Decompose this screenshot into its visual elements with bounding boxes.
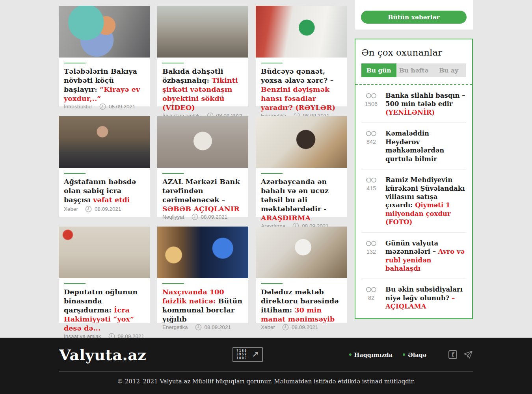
- arrow-up-right-icon: ↗: [252, 351, 259, 359]
- title-accent-bar: [261, 173, 283, 174]
- most-read-item[interactable]: 842 Kəmaləddin Heydərov məhkəmələrdən qu…: [361, 123, 466, 169]
- most-read-item[interactable]: 1506 Banka silahlı basqın – 500 min tələ…: [361, 85, 466, 123]
- most-read-item[interactable]: 82 Bu əkin subsidiyaları niyə ləğv olunu…: [361, 279, 466, 316]
- most-read-item-title: Ramiz Mehdiyevin kürəkəni Şüvəlandakı vi…: [385, 176, 465, 227]
- view-count: 415: [362, 176, 380, 227]
- card-body: Ağstafanın həbsdə olan sabiq icra başçıs…: [59, 168, 150, 217]
- article-title-link[interactable]: AZAL Mərkəzi Bank tərəfindən cərimələnəc…: [162, 177, 243, 214]
- article-meta: Nəqliyyat 08.09.2021: [162, 214, 243, 220]
- article-thumbnail[interactable]: [256, 227, 347, 278]
- news-card: Bakıda dəhşətli özbaşınalıq: Tikinti şir…: [157, 6, 248, 106]
- footer-main-row: Valyuta.az 7150 3959 1005 ↗ Haqqımızda Ə…: [59, 338, 473, 372]
- view-count-number: 132: [362, 249, 380, 255]
- most-read-item[interactable]: 132 Günün valyuta məzənnələri – Avro və …: [361, 233, 466, 279]
- article-thumbnail[interactable]: [157, 116, 248, 168]
- card-body: Azərbaycanda ən bahalı və ən ucuz təhsil…: [256, 168, 347, 234]
- views-icon: [366, 131, 377, 136]
- title-highlight-text: vəfat etdi: [93, 196, 130, 204]
- tab-today[interactable]: Bu gün: [361, 63, 396, 77]
- category-link[interactable]: Xəbər: [64, 206, 78, 212]
- views-icon: [366, 287, 377, 292]
- tab-this-month[interactable]: Bu ay: [431, 63, 466, 77]
- view-count: 132: [362, 239, 380, 273]
- article-thumbnail[interactable]: [157, 227, 248, 278]
- social-icons: f: [448, 350, 473, 359]
- footer-links: Haqqımızda Əlaqə f: [349, 350, 473, 359]
- article-title-link[interactable]: Tələbələrin Bakıya növbəti köçü başlayır…: [64, 67, 145, 103]
- article-title-link[interactable]: Ağstafanın həbsdə olan sabiq icra başçıs…: [64, 177, 145, 204]
- news-card: Ağstafanın həbsdə olan sabiq icra başçıs…: [59, 116, 150, 217]
- link-label: Haqqımızda: [354, 351, 393, 358]
- publish-date: 08.09.2021: [85, 206, 121, 212]
- card-body: Bakıda dəhşətli özbaşınalıq: Tikinti şir…: [157, 58, 248, 123]
- news-grid: Tələbələrin Bakıya növbəti köçü başlayır…: [59, 6, 347, 323]
- news-card: Naxçıvanda 100 faizlik nəticə: Bütün kom…: [157, 227, 248, 323]
- most-read-item[interactable]: 415 Ramiz Mehdiyevin kürəkəni Şüvəlandak…: [361, 169, 466, 233]
- news-card: Azərbaycanda ən bahalı və ən ucuz təhsil…: [256, 116, 347, 217]
- counter-badge-wrap: 7150 3959 1005 ↗: [146, 347, 349, 362]
- title-accent-bar: [162, 283, 184, 284]
- article-thumbnail[interactable]: [256, 116, 347, 168]
- article-thumbnail[interactable]: [59, 227, 150, 278]
- most-read-title: Ən çox oxunanlar: [361, 47, 466, 58]
- bullet-icon: [403, 353, 405, 356]
- article-thumbnail[interactable]: [59, 116, 150, 168]
- all-news-button[interactable]: Bütün xəbərlər: [361, 11, 467, 24]
- sidebar: Bütün xəbərlər Ən çox oxunanlar Bu gün B…: [355, 0, 473, 323]
- publish-date: 08.09.2021: [99, 103, 136, 110]
- page-content: Tələbələrin Bakıya növbəti köçü başlayır…: [0, 0, 532, 323]
- title-text: Günün valyuta məzənnələri –: [385, 240, 438, 255]
- view-count: 82: [362, 285, 380, 310]
- article-thumbnail[interactable]: [59, 6, 150, 58]
- clock-icon: [192, 214, 198, 220]
- category-link[interactable]: Xəbər: [261, 324, 275, 330]
- article-meta: İnfrastruktur 08.09.2021: [64, 103, 145, 110]
- date-text: 08.09.2021: [109, 104, 136, 110]
- link-label: Əlaqə: [408, 351, 426, 358]
- news-card: Tələbələrin Bakıya növbəti köçü başlayır…: [59, 6, 150, 106]
- bullet-icon: [349, 353, 352, 356]
- title-accent-bar: [64, 63, 86, 63]
- most-read-panel: Ən çox oxunanlar Bu gün Bu həftə Bu ay 1…: [355, 39, 473, 319]
- article-thumbnail[interactable]: [157, 6, 248, 58]
- article-title-link[interactable]: Naxçıvanda 100 faizlik nəticə: Bütün kom…: [162, 288, 243, 324]
- view-count-number: 842: [362, 139, 380, 145]
- most-read-item-title: Bu əkin subsidiyaları niyə ləğv olunub? …: [385, 285, 465, 310]
- article-thumbnail[interactable]: [256, 6, 347, 58]
- article-title-link[interactable]: Dələduz məktəb direktoru barəsində ittih…: [261, 288, 342, 324]
- article-title-link[interactable]: Azərbaycanda ən bahalı və ən ucuz təhsil…: [261, 177, 342, 223]
- most-read-tabs: Bu gün Bu həftə Bu ay: [361, 63, 466, 77]
- clock-icon: [282, 324, 289, 331]
- view-count: 842: [362, 129, 380, 163]
- title-accent-bar: [261, 63, 283, 63]
- date-text: 08.09.2021: [95, 206, 121, 212]
- card-body: AZAL Mərkəzi Bank tərəfindən cərimələnəc…: [157, 168, 248, 225]
- category-link[interactable]: Energetika: [162, 324, 188, 330]
- counter-badge[interactable]: 7150 3959 1005 ↗: [233, 347, 263, 362]
- title-text: Azərbaycanda ən bahalı və ən ucuz təhsil…: [261, 178, 329, 213]
- views-icon: [366, 177, 377, 183]
- telegram-icon[interactable]: [463, 350, 473, 359]
- contact-link[interactable]: Əlaqə: [403, 351, 426, 358]
- date-text: 08.09.2021: [201, 214, 228, 220]
- view-count-number: 1506: [362, 101, 380, 107]
- publish-date: 08.09.2021: [195, 324, 231, 331]
- site-logo[interactable]: Valyuta.az: [59, 346, 146, 364]
- article-meta: Xəbər 08.09.2021: [64, 206, 145, 212]
- article-title-link[interactable]: Büdcəyə qənaət, yoxsa əlavə xərc? – Benz…: [261, 67, 342, 112]
- title-text: Büdcəyə qənaət, yoxsa əlavə xərc? –: [261, 67, 334, 84]
- title-accent-bar: [162, 63, 184, 63]
- facebook-icon[interactable]: f: [448, 350, 457, 359]
- sidebar-top-widget: Bütün xəbərlər: [355, 0, 473, 30]
- title-accent-bar: [162, 173, 184, 174]
- category-link[interactable]: İnfrastruktur: [64, 104, 92, 110]
- article-title-link[interactable]: Deputatın oğlunun binasında qarşıdurma: …: [64, 288, 145, 333]
- title-accent-bar: [64, 283, 86, 284]
- title-text: Kəmaləddin Heydərov məhkəmələrdən qurtul…: [385, 130, 444, 162]
- about-link[interactable]: Haqqımızda: [349, 351, 393, 358]
- tab-this-week[interactable]: Bu həftə: [396, 63, 432, 77]
- category-link[interactable]: Nəqliyyat: [162, 214, 184, 220]
- title-text: Banka silahlı basqın – 500 min tələb edi…: [385, 92, 465, 108]
- title-text: AZAL Mərkəzi Bank tərəfindən cərimələnəc…: [162, 178, 240, 204]
- article-title-link[interactable]: Bakıda dəhşətli özbaşınalıq: Tikinti şir…: [162, 67, 243, 112]
